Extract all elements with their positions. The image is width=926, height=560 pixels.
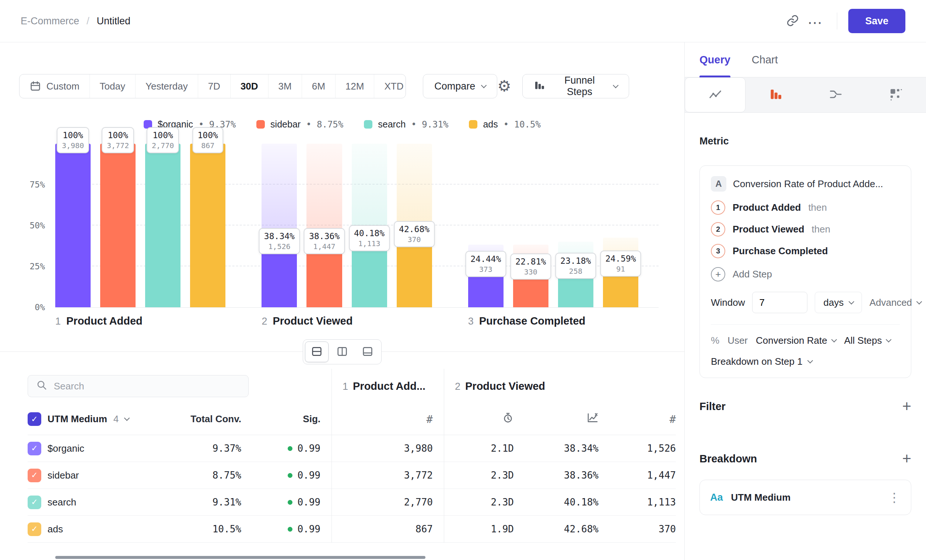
tab-insights[interactable] xyxy=(685,77,746,112)
y-axis-label: 50% xyxy=(29,221,45,230)
select-all-checkbox[interactable] xyxy=(28,412,41,426)
compare-button[interactable]: Compare xyxy=(423,74,497,98)
add-filter-button[interactable] xyxy=(902,399,911,414)
hash-icon[interactable] xyxy=(427,413,433,425)
date-range-6m[interactable]: 6M xyxy=(302,74,336,98)
metric-step[interactable]: 1Product Addedthen xyxy=(711,200,900,215)
save-button[interactable]: Save xyxy=(848,9,905,33)
row-checkbox[interactable] xyxy=(28,469,41,482)
funnel-bar[interactable]: 24.59%91 xyxy=(603,144,639,307)
metric-step[interactable]: 2Product Viewedthen xyxy=(711,222,900,236)
advanced-button[interactable]: Advanced xyxy=(869,297,921,308)
funnel-bar[interactable]: 42.68%370 xyxy=(397,144,432,307)
funnel-bar[interactable]: 100%3,980 xyxy=(55,144,91,307)
tab-funnels[interactable] xyxy=(746,77,806,112)
row-checkbox[interactable] xyxy=(28,495,41,509)
row-step1-count: 3,980 xyxy=(343,443,433,454)
bar-label-percent: 40.18% xyxy=(354,229,384,238)
significance-dot xyxy=(287,500,292,505)
funnel-bar[interactable]: 23.18%258 xyxy=(558,144,593,307)
bar-label-count: 3,980 xyxy=(62,141,84,150)
bar-label-count: 373 xyxy=(471,265,501,274)
breadcrumb-report-title[interactable]: Untitled xyxy=(97,15,131,27)
add-step-label: Add Step xyxy=(732,269,772,280)
chevron-down-icon[interactable] xyxy=(124,415,130,421)
window-value-input[interactable] xyxy=(752,292,807,313)
more-options-button[interactable] xyxy=(804,10,826,32)
step2-conv-rate-column[interactable] xyxy=(514,412,599,426)
bar-label: 23.18%258 xyxy=(555,253,596,279)
step-number: 1 xyxy=(55,316,61,327)
kebab-menu-icon[interactable] xyxy=(888,490,900,505)
table-row[interactable]: ads10.5%0.998671.9D42.68%370 xyxy=(28,516,676,543)
view-toggle-chart-only[interactable] xyxy=(356,342,380,362)
significance-value: 0.99 xyxy=(297,496,321,508)
funnel-bar[interactable]: 38.34%1,526 xyxy=(262,144,297,307)
add-step-button[interactable]: Add Step xyxy=(711,267,772,282)
date-range-12m[interactable]: 12M xyxy=(336,74,375,98)
conversion-scope-select[interactable]: All Steps xyxy=(844,335,891,346)
step2-avg-time-column[interactable] xyxy=(455,412,514,426)
bar-label: 38.34%1,526 xyxy=(259,228,300,254)
hash-icon[interactable] xyxy=(670,413,676,425)
funnel-bar[interactable]: 100%3,772 xyxy=(100,144,136,307)
view-toggle-split-horizontal[interactable] xyxy=(305,342,328,362)
breadcrumb-project[interactable]: E-Commerce xyxy=(21,15,79,27)
tab-retention[interactable] xyxy=(866,77,926,112)
search-input[interactable] xyxy=(54,381,240,392)
metric-step[interactable]: 3Purchase Completed xyxy=(711,244,900,258)
split-vertical-icon xyxy=(336,345,348,359)
date-range-label: 12M xyxy=(345,81,364,92)
significance-value: 0.99 xyxy=(297,524,321,534)
funnel-bar[interactable]: 40.18%1,113 xyxy=(352,144,387,307)
legend-swatch xyxy=(256,120,265,129)
search-box[interactable] xyxy=(28,375,249,397)
conversion-entity[interactable]: User xyxy=(728,335,748,346)
table-row[interactable]: sidebar8.75%0.993,7722.3D38.36%1,447 xyxy=(28,462,676,489)
significance-dot xyxy=(287,446,292,451)
conversion-metric-select[interactable]: Conversion Rate xyxy=(756,335,836,346)
date-range-custom[interactable]: Custom xyxy=(20,74,90,98)
horizontal-scrollbar[interactable] xyxy=(55,556,425,559)
funnel-bar[interactable]: 22.81%330 xyxy=(513,144,548,307)
tab-flows[interactable] xyxy=(806,77,866,112)
tab-chart[interactable]: Chart xyxy=(752,42,778,77)
table-row[interactable]: $organic9.37%0.993,9802.1D38.34%1,526 xyxy=(28,435,676,462)
view-toggle-split-vertical[interactable] xyxy=(330,342,354,362)
row-checkbox[interactable] xyxy=(28,442,41,456)
group-by-label[interactable]: UTM Medium xyxy=(47,413,107,425)
funnel-bar[interactable]: 100%2,770 xyxy=(145,144,180,307)
date-range-today[interactable]: Today xyxy=(90,74,136,98)
search-icon xyxy=(36,380,47,393)
row-step2-avg-time: 1.9D xyxy=(455,524,514,534)
table-column-header-row: UTM Medium 4 Total Conv. Sig. xyxy=(28,403,676,435)
chart-settings-button[interactable] xyxy=(497,79,511,94)
share-link-button[interactable] xyxy=(782,10,804,32)
date-range-3m[interactable]: 3M xyxy=(269,74,302,98)
date-range-xtd[interactable]: XTD xyxy=(374,74,406,98)
funnel-bar[interactable]: 100%867 xyxy=(190,144,225,307)
date-range-30d[interactable]: 30D xyxy=(231,74,269,98)
row-checkbox[interactable] xyxy=(28,522,41,536)
total-conv-header[interactable]: Total Conv. xyxy=(162,413,241,425)
view-selector-button[interactable]: Funnel Steps xyxy=(522,74,629,98)
metric-header[interactable]: A Conversion Rate of Product Adde... xyxy=(711,176,900,192)
significance-dot xyxy=(287,473,292,478)
window-unit-select[interactable]: days xyxy=(815,292,862,313)
breakdown-property-card[interactable]: Aa UTM Medium xyxy=(699,480,911,515)
row-step1-count: 3,772 xyxy=(343,470,433,481)
breakdown-on-step-select[interactable]: Breakdown on Step 1 xyxy=(711,356,812,367)
funnel-bar[interactable]: 24.44%373 xyxy=(468,144,504,307)
table-row[interactable]: search9.31%0.992,7702.3D40.18%1,113 xyxy=(28,489,676,516)
bar-label-count: 1,526 xyxy=(264,242,295,251)
metric-title: Conversion Rate of Product Adde... xyxy=(733,178,883,190)
add-breakdown-button[interactable] xyxy=(902,451,911,466)
chevron-down-icon xyxy=(849,298,855,304)
date-range-yesterday[interactable]: Yesterday xyxy=(136,74,198,98)
date-range-7d[interactable]: 7D xyxy=(198,74,231,98)
tab-query[interactable]: Query xyxy=(699,42,731,77)
bar-label-percent: 38.36% xyxy=(309,232,340,241)
row-significance: 0.99 xyxy=(241,470,321,481)
significance-header[interactable]: Sig. xyxy=(241,413,321,425)
funnel-bar[interactable]: 38.36%1,447 xyxy=(306,144,342,307)
